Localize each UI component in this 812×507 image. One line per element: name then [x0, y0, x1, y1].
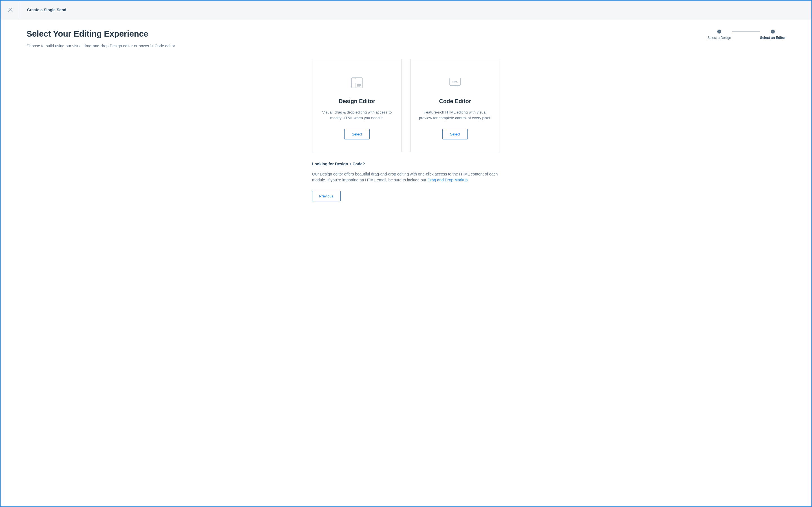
- code-editor-title: Code Editor: [418, 98, 492, 105]
- previous-button[interactable]: Previous: [312, 191, 341, 202]
- svg-text:HTML: HTML: [452, 80, 458, 83]
- step-2-dot: 2: [771, 30, 775, 34]
- design-plus-code-title: Looking for Design + Code?: [312, 162, 500, 166]
- close-button[interactable]: [1, 1, 20, 19]
- code-editor-desc: Feature-rich HTML editing with visual pr…: [418, 110, 492, 121]
- check-icon: [717, 30, 721, 34]
- code-editor-card: HTML Code Editor Feature-rich HTML editi…: [410, 59, 500, 152]
- drag-drop-markup-link[interactable]: Drag and Drop Markup: [427, 178, 467, 182]
- select-design-editor-button[interactable]: Select: [344, 129, 370, 139]
- close-icon: [8, 8, 13, 12]
- svg-rect-2: [352, 78, 362, 88]
- design-editor-desc: Visual, drag & drop editing with access …: [320, 110, 394, 121]
- modal-header: Create a Single Send: [1, 1, 811, 19]
- page-heading: Select Your Editing Experience: [27, 29, 176, 39]
- progress-stepper: Select a Design 2 Select an Editor: [707, 29, 785, 40]
- html-monitor-icon: HTML: [418, 76, 492, 90]
- svg-point-6: [355, 78, 356, 79]
- header-title: Create a Single Send: [20, 8, 66, 12]
- select-code-editor-button[interactable]: Select: [442, 129, 468, 139]
- step-1-label: Select a Design: [707, 36, 731, 40]
- page-subheading: Choose to build using our visual drag-an…: [27, 44, 176, 48]
- step-select-editor: 2 Select an Editor: [760, 30, 785, 40]
- step-2-label: Select an Editor: [760, 36, 786, 40]
- layout-icon: [320, 76, 394, 90]
- page-body: Select Your Editing Experience Choose to…: [1, 19, 811, 218]
- svg-point-4: [353, 78, 353, 79]
- step-select-design: Select a Design: [707, 30, 732, 40]
- design-editor-title: Design Editor: [320, 98, 394, 105]
- step-connector: [732, 32, 760, 32]
- svg-point-5: [354, 78, 354, 79]
- design-plus-code-text: Our Design editor offers beautiful drag-…: [312, 171, 500, 183]
